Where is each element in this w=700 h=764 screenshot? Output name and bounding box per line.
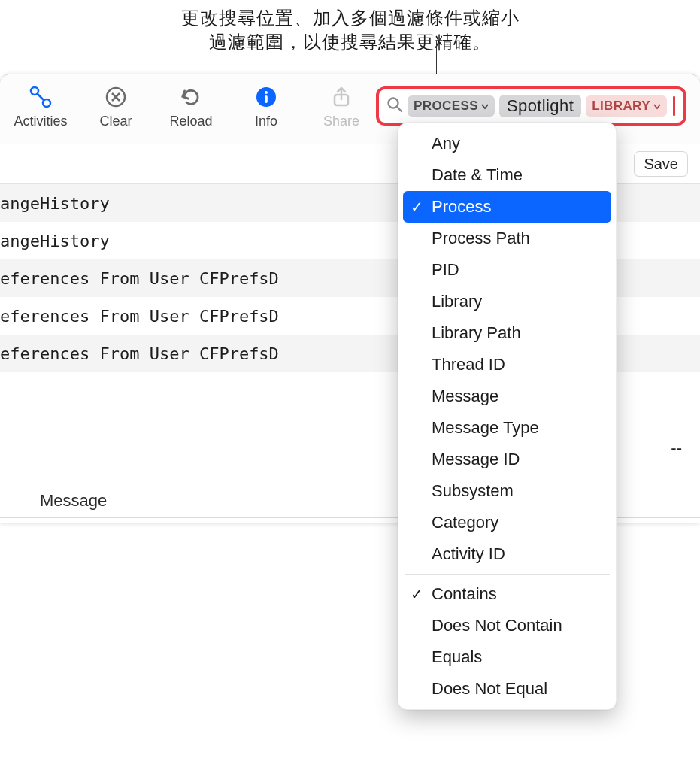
menu-item-label: Does Not Equal <box>432 679 547 699</box>
filter-token-field-label: PROCESS <box>414 99 478 114</box>
callout-line-1: 更改搜尋位置、加入多個過濾條件或縮小 <box>0 6 700 30</box>
column-divider <box>665 484 665 517</box>
callout-line-2: 過濾範圍，以使搜尋結果更精確。 <box>0 30 700 54</box>
log-cell: eferences From User CFPrefsD <box>0 307 279 326</box>
filter-token-field-2[interactable]: LIBRARY <box>586 96 667 117</box>
save-button[interactable]: Save <box>634 151 688 177</box>
share-button: Share <box>314 83 368 129</box>
menu-item-label: Process <box>432 197 491 217</box>
toolbar-items: Activities Clear Reload Info <box>0 74 376 129</box>
reload-button[interactable]: Reload <box>164 83 218 129</box>
clear-label: Clear <box>99 114 132 129</box>
menu-item-label: Subsystem <box>432 481 514 501</box>
reload-label: Reload <box>169 114 212 129</box>
menu-item-label: Activity ID <box>432 544 505 564</box>
log-cell: angeHistory <box>0 232 110 250</box>
menu-item-label: Does Not Contain <box>432 616 562 635</box>
menu-item-label: Process Path <box>432 229 530 248</box>
menu-item[interactable]: Library Path <box>403 317 611 349</box>
menu-item[interactable]: Does Not Equal <box>403 673 611 705</box>
save-button-label: Save <box>644 156 678 172</box>
menu-item-label: Contains <box>432 584 497 604</box>
menu-item-label: Equals <box>432 647 482 667</box>
filter-dropdown-menu: AnyDate & Time✓ProcessProcess PathPIDLib… <box>398 123 617 710</box>
info-icon <box>253 83 280 111</box>
filter-token-field[interactable]: PROCESS <box>408 96 495 117</box>
menu-item[interactable]: Message Type <box>403 412 611 444</box>
menu-item[interactable]: PID <box>403 254 611 286</box>
search-field[interactable]: PROCESS Spotlight LIBRARY <box>376 86 686 126</box>
menu-item[interactable]: Process Path <box>403 223 611 254</box>
clear-button[interactable]: Clear <box>89 83 143 129</box>
activities-label: Activities <box>14 114 67 129</box>
menu-item-label: PID <box>432 260 459 280</box>
menu-item[interactable]: Thread ID <box>403 349 611 380</box>
log-cell: eferences From User CFPrefsD <box>0 269 279 288</box>
menu-item[interactable]: Category <box>403 507 611 538</box>
filter-token-field-2-label: LIBRARY <box>592 99 650 114</box>
activities-icon <box>27 83 54 111</box>
share-icon <box>328 83 355 111</box>
chevron-down-icon <box>481 99 489 114</box>
menu-item-label: Message Type <box>432 418 539 438</box>
menu-item[interactable]: ✓Process <box>403 191 611 223</box>
search-area: PROCESS Spotlight LIBRARY <box>376 74 700 126</box>
menu-item-label: Thread ID <box>432 355 505 374</box>
svg-point-0 <box>31 87 38 95</box>
info-button[interactable]: Info <box>239 83 293 129</box>
menu-item[interactable]: Subsystem <box>403 475 611 507</box>
menu-item-label: Date & Time <box>432 165 523 185</box>
menu-item[interactable]: Message <box>403 380 611 412</box>
text-caret <box>673 96 675 116</box>
callout-text: 更改搜尋位置、加入多個過濾條件或縮小 過濾範圍，以使搜尋結果更精確。 <box>0 6 700 54</box>
menu-item[interactable]: Activity ID <box>403 538 611 570</box>
menu-item-label: Message <box>432 387 498 406</box>
log-cell: angeHistory <box>0 194 110 213</box>
check-icon: ✓ <box>411 585 423 603</box>
menu-item[interactable]: Any <box>403 128 611 159</box>
menu-item-label: Category <box>432 513 498 532</box>
search-icon <box>386 96 403 116</box>
menu-item-label: Any <box>432 134 460 153</box>
menu-item[interactable]: Message ID <box>403 444 611 475</box>
menu-item[interactable]: ✓Contains <box>403 578 611 610</box>
svg-point-1 <box>43 99 50 107</box>
share-label: Share <box>323 114 359 129</box>
filter-token-value[interactable]: Spotlight <box>499 95 581 117</box>
activities-button[interactable]: Activities <box>14 83 68 129</box>
info-label: Info <box>255 114 277 129</box>
filter-token-value-text: Spotlight <box>507 96 574 116</box>
menu-item-label: Library <box>432 292 482 311</box>
menu-item[interactable]: Library <box>403 286 611 317</box>
check-icon: ✓ <box>411 198 423 216</box>
menu-item-label: Message ID <box>432 450 520 469</box>
detail-placeholder: -- <box>671 438 682 458</box>
log-cell: eferences From User CFPrefsD <box>0 344 279 363</box>
menu-item[interactable]: Date & Time <box>403 159 611 191</box>
svg-point-4 <box>265 91 268 94</box>
menu-item-label: Library Path <box>432 323 521 343</box>
reload-icon <box>177 83 205 111</box>
clear-icon <box>102 83 129 111</box>
menu-item[interactable]: Does Not Contain <box>403 610 611 641</box>
menu-item[interactable]: Equals <box>403 641 611 673</box>
chevron-down-icon <box>653 99 661 114</box>
menu-separator <box>405 574 610 575</box>
svg-rect-5 <box>265 96 268 103</box>
